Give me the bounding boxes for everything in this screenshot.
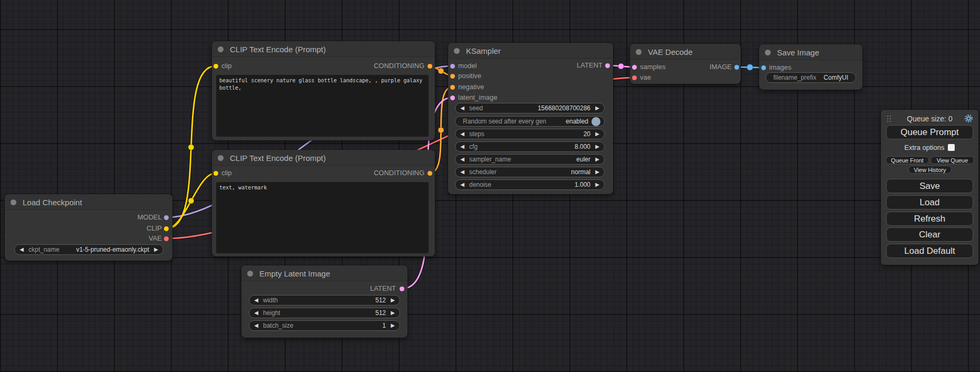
extra-options-label: Extra options xyxy=(905,144,945,151)
sampler-name-widget[interactable]: sampler_name euler xyxy=(455,154,605,165)
seed-widget[interactable]: seed 156680208700286 xyxy=(455,103,605,113)
collapse-dot-icon[interactable] xyxy=(454,48,460,54)
steps-widget[interactable]: steps 20 xyxy=(455,129,605,139)
input-slot-vae[interactable] xyxy=(632,75,637,80)
view-history-button[interactable]: View History xyxy=(908,166,952,174)
save-button[interactable]: Save xyxy=(886,179,973,193)
output-slot-conditioning[interactable] xyxy=(428,64,432,69)
node-titlebar[interactable]: KSampler xyxy=(448,43,613,59)
output-label-model: MODEL xyxy=(138,213,162,222)
increment-arrow-icon[interactable] xyxy=(590,103,604,113)
height-widget[interactable]: height 512 xyxy=(249,308,400,318)
cfg-widget[interactable]: cfg 8.000 xyxy=(455,141,605,152)
collapse-dot-icon[interactable] xyxy=(218,46,224,52)
node-graph-canvas[interactable]: Load Checkpoint MODEL CLIP VAE ckpt_name… xyxy=(0,0,980,372)
node-titlebar[interactable]: Save Image xyxy=(759,44,862,60)
node-titlebar[interactable]: Empty Latent Image xyxy=(241,265,407,281)
input-slot-model[interactable] xyxy=(450,64,455,69)
node-title: KSampler xyxy=(466,46,501,55)
widget-value: euler xyxy=(576,156,590,163)
output-slot-latent[interactable] xyxy=(400,287,404,291)
clear-button[interactable]: Clear xyxy=(886,227,973,242)
increment-arrow-icon[interactable] xyxy=(386,321,400,330)
increment-arrow-icon[interactable] xyxy=(149,245,163,254)
widget-value: 156680208700286 xyxy=(538,104,590,112)
input-label-clip: clip xyxy=(221,169,232,177)
decrement-arrow-icon[interactable] xyxy=(455,103,469,113)
width-widget[interactable]: width 512 xyxy=(249,295,400,306)
increment-arrow-icon[interactable] xyxy=(590,142,604,151)
decrement-arrow-icon[interactable] xyxy=(15,245,28,254)
output-slot-conditioning[interactable] xyxy=(428,171,432,176)
queue-panel-header: Queue size: 0 xyxy=(881,114,978,123)
queue-front-button[interactable]: Queue Front xyxy=(886,156,929,164)
prompt-textarea[interactable]: text, watermark xyxy=(216,182,429,253)
node-titlebar[interactable]: CLIP Text Encode (Prompt) xyxy=(212,41,435,57)
decrement-arrow-icon[interactable] xyxy=(455,167,469,177)
refresh-button[interactable]: Refresh xyxy=(886,212,973,226)
node-title: CLIP Text Encode (Prompt) xyxy=(230,45,326,54)
output-slot-image[interactable] xyxy=(734,65,739,70)
input-slot-images[interactable] xyxy=(761,65,766,70)
queue-prompt-button[interactable]: Queue Prompt xyxy=(886,125,973,139)
output-slot-model[interactable] xyxy=(164,215,169,220)
prompt-textarea[interactable]: beautiful scenery nature glass bottle la… xyxy=(216,75,429,137)
widget-label: height xyxy=(263,309,280,317)
node-clip-text-encode-positive[interactable]: CLIP Text Encode (Prompt) clip CONDITION… xyxy=(212,41,435,140)
node-save-image[interactable]: Save Image images filename_prefix ComfyU… xyxy=(759,44,862,90)
widget-value: v1-5-pruned-emaonly.ckpt xyxy=(76,246,149,253)
input-slot-clip[interactable] xyxy=(214,64,218,69)
denoise-widget[interactable]: denoise 1.000 xyxy=(455,179,605,190)
ckpt-name-widget[interactable]: ckpt_name v1-5-pruned-emaonly.ckpt xyxy=(14,244,163,255)
node-titlebar[interactable]: VAE Decode xyxy=(630,44,741,60)
input-slot-latent-image[interactable] xyxy=(450,96,455,100)
collapse-dot-icon[interactable] xyxy=(247,271,253,276)
node-ksampler[interactable]: KSampler model positive negative latent_… xyxy=(448,43,613,194)
output-slot-vae[interactable] xyxy=(164,236,169,241)
decrement-arrow-icon[interactable] xyxy=(455,180,469,189)
input-slot-positive[interactable] xyxy=(450,74,455,79)
increment-arrow-icon[interactable] xyxy=(386,308,400,318)
decrement-arrow-icon[interactable] xyxy=(249,295,263,305)
increment-arrow-icon[interactable] xyxy=(590,155,604,164)
load-default-button[interactable]: Load Default xyxy=(886,244,973,258)
decrement-arrow-icon[interactable] xyxy=(249,321,263,330)
increment-arrow-icon[interactable] xyxy=(590,129,604,139)
gear-icon[interactable] xyxy=(964,114,973,125)
node-empty-latent-image[interactable]: Empty Latent Image LATENT width 512 heig… xyxy=(241,265,407,338)
extra-options-checkbox[interactable] xyxy=(948,144,955,151)
node-load-checkpoint[interactable]: Load Checkpoint MODEL CLIP VAE ckpt_name… xyxy=(5,194,172,261)
toggle-circle-icon[interactable] xyxy=(591,117,600,126)
output-slot-latent[interactable] xyxy=(605,63,610,68)
input-slot-samples[interactable] xyxy=(632,65,637,70)
decrement-arrow-icon[interactable] xyxy=(455,129,469,139)
view-queue-button[interactable]: View Queue xyxy=(930,156,974,164)
node-vae-decode[interactable]: VAE Decode samples vae IMAGE xyxy=(630,44,741,84)
load-button[interactable]: Load xyxy=(886,195,973,209)
queue-panel[interactable]: Queue size: 0 Queue Prompt Extra options… xyxy=(881,110,978,265)
random-seed-widget[interactable]: Random seed after every gen enabled xyxy=(455,116,605,127)
widget-value: 8.000 xyxy=(575,143,590,150)
link-midpoint-dot xyxy=(747,64,753,71)
decrement-arrow-icon[interactable] xyxy=(249,308,263,318)
collapse-dot-icon[interactable] xyxy=(765,50,771,55)
increment-arrow-icon[interactable] xyxy=(590,167,604,177)
node-titlebar[interactable]: Load Checkpoint xyxy=(5,194,172,210)
output-slot-clip[interactable] xyxy=(164,226,169,231)
decrement-arrow-icon[interactable] xyxy=(455,142,469,151)
input-slot-negative[interactable] xyxy=(450,85,455,90)
input-label-latent-image: latent_image xyxy=(458,93,497,102)
node-clip-text-encode-negative[interactable]: CLIP Text Encode (Prompt) clip CONDITION… xyxy=(212,150,435,256)
batch-size-widget[interactable]: batch_size 1 xyxy=(249,320,400,331)
scheduler-widget[interactable]: scheduler normal xyxy=(455,167,605,177)
node-titlebar[interactable]: CLIP Text Encode (Prompt) xyxy=(212,150,435,166)
collapse-dot-icon[interactable] xyxy=(11,199,16,205)
decrement-arrow-icon[interactable] xyxy=(455,155,469,164)
filename-prefix-widget[interactable]: filename_prefix ComfyUI xyxy=(765,72,856,83)
increment-arrow-icon[interactable] xyxy=(386,295,400,305)
widget-label: Random seed after every gen xyxy=(463,118,546,125)
collapse-dot-icon[interactable] xyxy=(218,155,224,161)
input-slot-clip[interactable] xyxy=(214,171,218,176)
collapse-dot-icon[interactable] xyxy=(636,49,642,55)
increment-arrow-icon[interactable] xyxy=(590,180,604,189)
